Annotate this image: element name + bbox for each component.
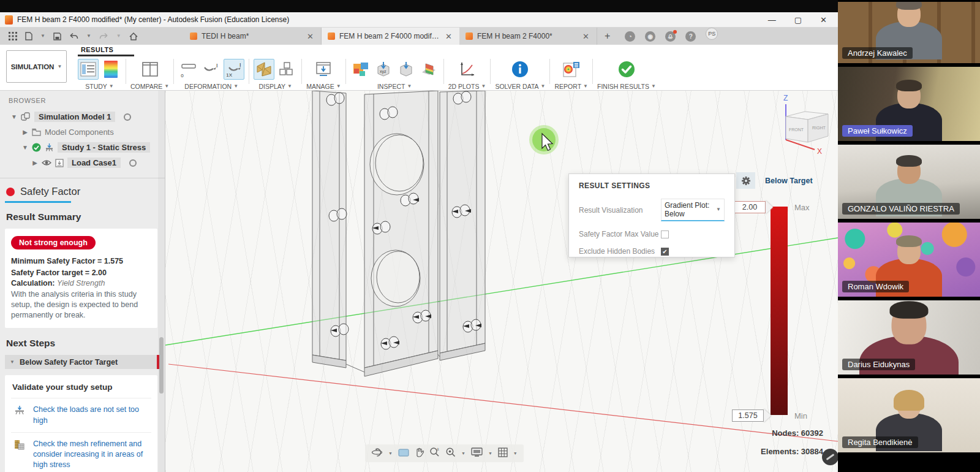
maximize-icon[interactable]: ▢ xyxy=(794,15,802,25)
redo-caret-icon[interactable]: ▼ xyxy=(116,34,121,39)
new-tab-button[interactable]: + xyxy=(597,28,617,45)
participant-tile[interactable]: Roman Wdowik xyxy=(838,223,980,297)
simplify-study-icon[interactable] xyxy=(78,59,99,80)
inspect-results-icon[interactable] xyxy=(350,59,371,80)
legend-max-tag[interactable]: 2.00 xyxy=(734,200,773,214)
deformation-actual-icon[interactable]: I xyxy=(201,59,222,80)
slice-plane-icon[interactable] xyxy=(418,59,439,80)
legend-color-bar[interactable] xyxy=(771,207,788,415)
document-tab-3[interactable]: FEM H beam 2 F4000* ✕ xyxy=(459,28,597,45)
app-grid-icon[interactable] xyxy=(9,32,17,40)
radio-icon[interactable] xyxy=(124,113,131,121)
legend-max-value[interactable]: 2.00 xyxy=(734,201,766,213)
document-tab-2-active[interactable]: FEM H beam 2 F4000 modified* ✕ xyxy=(322,28,459,45)
group-label[interactable]: DEFORMATION xyxy=(184,83,232,90)
chevron-right-icon[interactable]: ▶ xyxy=(22,129,28,135)
participant-tile[interactable]: Darius Eidukynas xyxy=(838,300,980,375)
finish-results-check-icon[interactable] xyxy=(616,59,637,80)
viewcube-front-label[interactable]: FRONT xyxy=(789,128,804,132)
group-label[interactable]: DISPLAY xyxy=(258,83,285,90)
participant-tile[interactable]: GONZALO VALIÑO RIESTRA xyxy=(838,145,980,219)
h-beam-model[interactable] xyxy=(312,91,485,376)
notifications-bell-icon[interactable]: 🕭 xyxy=(665,31,676,42)
legend-min-value[interactable]: 1.575 xyxy=(732,409,764,422)
chevron-down-icon[interactable]: ▼ xyxy=(461,451,466,455)
look-at-icon[interactable] xyxy=(398,448,409,459)
below-target-section-header[interactable]: ▼ Below Safety Factor Target xyxy=(5,355,157,369)
fit-icon[interactable] xyxy=(445,447,456,460)
workspace-selector[interactable]: SIMULATION ▼ xyxy=(6,50,67,83)
legend-settings-button[interactable] xyxy=(736,172,755,189)
display-settings-icon[interactable] xyxy=(471,447,483,459)
chevron-right-icon[interactable]: ▶ xyxy=(32,159,38,166)
compare-icon[interactable] xyxy=(140,59,160,80)
visualization-dropdown[interactable]: Gradient Plot: Below ▼ xyxy=(661,199,725,221)
chevron-down-icon[interactable]: ▼ xyxy=(488,451,492,455)
participant-tile[interactable]: Regita Bendikienė xyxy=(838,378,980,452)
next-step-item[interactable]: Check the mesh refinement and consider i… xyxy=(11,432,151,472)
results-legend-icon[interactable] xyxy=(100,59,121,80)
step-link[interactable]: Check the loads are not set too high xyxy=(33,405,150,426)
tree-item-model-components[interactable]: ▶ Model Components xyxy=(0,124,165,140)
solver-info-icon[interactable] xyxy=(510,59,530,80)
user-avatar[interactable]: PS xyxy=(706,28,718,40)
orbit-icon[interactable] xyxy=(371,447,383,460)
tab-close-icon[interactable]: ✕ xyxy=(581,32,590,41)
tree-item-load-case[interactable]: ▶ Load Case1 xyxy=(0,155,165,170)
panel-scrollbar-thumb[interactable] xyxy=(159,337,164,394)
grid-display-icon[interactable] xyxy=(276,59,297,80)
extensions-icon[interactable]: ◉ xyxy=(645,31,655,42)
group-label[interactable]: INSPECT xyxy=(377,83,405,90)
inspect-point-xyz-icon[interactable]: xyz xyxy=(373,59,394,80)
tree-item-simulation-model[interactable]: ▼ Simulation Model 1 xyxy=(0,109,165,124)
participant-tile[interactable]: Paweł Sułkowicz xyxy=(838,67,980,141)
plot-curve-icon[interactable] xyxy=(457,59,478,80)
deformation-undeformed-icon[interactable]: 0 xyxy=(178,59,199,80)
group-label[interactable]: MANAGE xyxy=(306,83,334,90)
radio-icon[interactable] xyxy=(129,159,137,167)
mesh-display-icon[interactable] xyxy=(254,59,274,80)
group-label[interactable]: STUDY xyxy=(85,83,107,90)
redo-icon[interactable] xyxy=(99,32,108,40)
chevron-down-icon[interactable]: ▼ xyxy=(513,451,518,455)
file-caret-icon[interactable]: ▼ xyxy=(40,34,45,39)
document-tab-1[interactable]: TEDI H beam* ✕ xyxy=(184,28,322,45)
home-icon[interactable] xyxy=(129,32,138,40)
chevron-down-icon[interactable]: ▼ xyxy=(11,113,17,120)
panel-scrollbar-track[interactable] xyxy=(158,91,165,472)
group-label[interactable]: COMPARE xyxy=(130,83,162,90)
undo-icon[interactable] xyxy=(69,32,78,40)
viewport-3d[interactable]: Z FRONT RIGHT X xyxy=(165,91,838,472)
tab-close-icon[interactable]: ✕ xyxy=(444,32,453,41)
manage-icon[interactable] xyxy=(313,59,334,80)
zoom-icon[interactable]: ± xyxy=(429,447,440,460)
file-menu-icon[interactable] xyxy=(25,32,32,40)
chevron-down-icon[interactable]: ▼ xyxy=(388,451,393,455)
help-icon[interactable]: ? xyxy=(685,31,696,42)
group-label[interactable]: SOLVER DATA xyxy=(495,83,538,90)
participant-tile[interactable]: Andrzej Kawalec xyxy=(838,2,980,63)
max-value-checkbox[interactable] xyxy=(661,230,669,238)
feedback-fab-button[interactable] xyxy=(822,449,838,465)
grid-settings-icon[interactable] xyxy=(498,447,508,460)
exclude-hidden-checkbox[interactable]: ✔ xyxy=(661,248,669,256)
next-step-item[interactable]: Check the loads are not set too high xyxy=(11,398,151,432)
viewcube-right-label[interactable]: RIGHT xyxy=(812,126,826,130)
chevron-down-icon[interactable]: ▼ xyxy=(22,144,28,151)
visibility-eye-icon[interactable] xyxy=(42,159,51,166)
step-link[interactable]: Check the mesh refinement and consider i… xyxy=(33,439,150,471)
tree-item-study[interactable]: ▼ Study 1 - Static Stress xyxy=(0,140,165,155)
deformation-scale-icon[interactable]: I1X xyxy=(224,59,244,80)
undo-caret-icon[interactable]: ▼ xyxy=(86,34,91,39)
close-icon[interactable]: ✕ xyxy=(820,15,827,25)
inspect-probe-icon[interactable] xyxy=(396,59,417,80)
tab-close-icon[interactable]: ✕ xyxy=(306,32,315,41)
report-icon[interactable] xyxy=(561,59,582,80)
ribbon-tab-results[interactable]: RESULTS xyxy=(81,46,113,53)
minimize-icon[interactable]: — xyxy=(768,15,776,25)
job-status-icon[interactable]: ◔ xyxy=(625,31,635,42)
save-icon[interactable] xyxy=(53,32,61,40)
legend-min-tag[interactable]: 1.575 xyxy=(732,409,771,422)
pan-icon[interactable] xyxy=(415,447,424,460)
group-label[interactable]: FINISH RESULTS xyxy=(597,83,649,90)
